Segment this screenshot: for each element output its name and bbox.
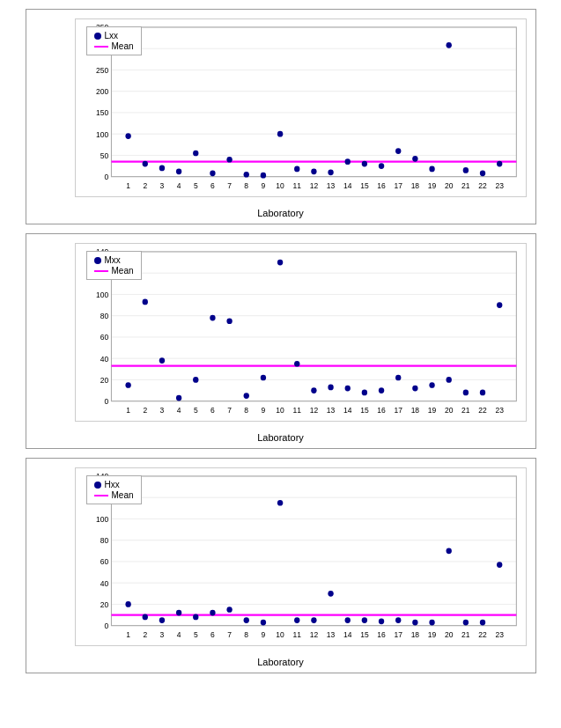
svg-text:16: 16: [377, 630, 386, 639]
svg-text:21: 21: [461, 630, 470, 639]
svg-point-188: [446, 548, 451, 554]
svg-text:6: 6: [210, 630, 215, 639]
svg-text:20: 20: [100, 376, 108, 385]
svg-point-108: [175, 395, 181, 401]
svg-point-113: [260, 375, 265, 381]
legend-mean-label: Mean: [112, 41, 134, 51]
svg-point-118: [344, 386, 350, 392]
svg-text:12: 12: [309, 406, 318, 415]
svg-point-44: [175, 168, 181, 174]
svg-point-187: [429, 620, 434, 626]
svg-text:8: 8: [244, 630, 248, 639]
svg-point-109: [193, 377, 198, 383]
svg-point-51: [294, 166, 299, 173]
svg-text:2: 2: [143, 630, 147, 639]
legend: HxxMean: [86, 475, 142, 504]
svg-text:9: 9: [261, 181, 265, 190]
svg-text:10: 10: [276, 406, 284, 415]
svg-text:16: 16: [377, 406, 386, 415]
svg-point-115: [294, 361, 299, 367]
svg-point-171: [159, 617, 164, 623]
svg-text:250: 250: [96, 66, 108, 75]
svg-point-54: [344, 158, 350, 165]
svg-text:3: 3: [159, 406, 164, 415]
legend-dot-icon: [94, 257, 101, 264]
svg-text:14: 14: [343, 181, 351, 190]
svg-text:9: 9: [261, 630, 265, 639]
svg-text:20: 20: [444, 406, 453, 415]
svg-text:13: 13: [326, 630, 335, 639]
svg-text:23: 23: [495, 181, 504, 190]
svg-point-42: [142, 161, 147, 167]
svg-text:8: 8: [244, 406, 248, 415]
svg-text:6: 6: [210, 406, 215, 415]
svg-point-181: [328, 591, 333, 597]
svg-point-53: [328, 169, 333, 175]
svg-text:1: 1: [126, 630, 130, 639]
svg-point-176: [243, 617, 248, 623]
svg-text:15: 15: [360, 630, 369, 639]
svg-point-63: [496, 161, 501, 167]
svg-point-183: [361, 617, 366, 623]
svg-text:16: 16: [377, 181, 386, 190]
svg-text:17: 17: [394, 406, 402, 415]
svg-text:40: 40: [100, 578, 108, 587]
svg-point-182: [344, 617, 350, 623]
svg-text:22: 22: [478, 181, 487, 190]
svg-point-170: [142, 614, 147, 621]
svg-text:150: 150: [96, 108, 108, 117]
plot-svg: 0501001502002503003501234567891011121314…: [76, 19, 526, 196]
svg-point-178: [277, 500, 282, 506]
svg-text:7: 7: [227, 406, 232, 415]
svg-text:3: 3: [159, 630, 164, 639]
svg-text:17: 17: [394, 630, 402, 639]
svg-point-107: [159, 357, 164, 364]
svg-text:11: 11: [292, 406, 301, 415]
svg-point-62: [479, 170, 484, 176]
svg-text:100: 100: [96, 515, 108, 524]
svg-point-48: [243, 172, 248, 178]
svg-text:12: 12: [309, 630, 318, 639]
svg-point-184: [378, 618, 383, 624]
legend-series-label: Mxx: [105, 255, 121, 265]
svg-point-124: [446, 377, 451, 383]
svg-point-111: [226, 318, 232, 324]
legend-line-icon: [94, 46, 108, 48]
svg-point-52: [311, 168, 316, 174]
svg-text:7: 7: [227, 181, 232, 190]
svg-point-174: [210, 610, 215, 616]
svg-text:9: 9: [261, 406, 265, 415]
svg-text:2: 2: [143, 406, 147, 415]
svg-point-172: [175, 610, 181, 616]
svg-point-127: [496, 302, 501, 308]
legend-line-icon: [94, 270, 108, 272]
svg-text:2: 2: [143, 181, 147, 190]
svg-text:8: 8: [244, 181, 248, 190]
svg-point-110: [210, 315, 215, 321]
svg-point-190: [479, 620, 484, 626]
legend: LxxMean: [86, 26, 142, 55]
svg-point-60: [446, 42, 451, 48]
svg-text:4: 4: [176, 406, 181, 415]
svg-point-186: [412, 620, 417, 626]
svg-point-117: [328, 385, 333, 391]
svg-text:21: 21: [461, 181, 470, 190]
svg-text:18: 18: [410, 406, 419, 415]
legend-series-label: Lxx: [105, 31, 119, 40]
svg-text:14: 14: [343, 406, 351, 415]
legend-line-icon: [94, 495, 108, 496]
svg-point-105: [125, 382, 130, 388]
x-axis-label: Laboratory: [257, 657, 304, 667]
svg-point-179: [294, 617, 299, 623]
svg-rect-39: [111, 27, 516, 177]
svg-point-57: [395, 148, 401, 154]
svg-text:18: 18: [410, 181, 419, 190]
svg-text:40: 40: [100, 354, 108, 363]
svg-point-46: [210, 170, 215, 176]
svg-text:100: 100: [96, 129, 108, 138]
svg-point-123: [429, 382, 434, 388]
svg-point-122: [412, 386, 417, 392]
svg-text:50: 50: [100, 151, 108, 160]
svg-text:20: 20: [444, 630, 453, 639]
svg-text:11: 11: [292, 181, 301, 190]
